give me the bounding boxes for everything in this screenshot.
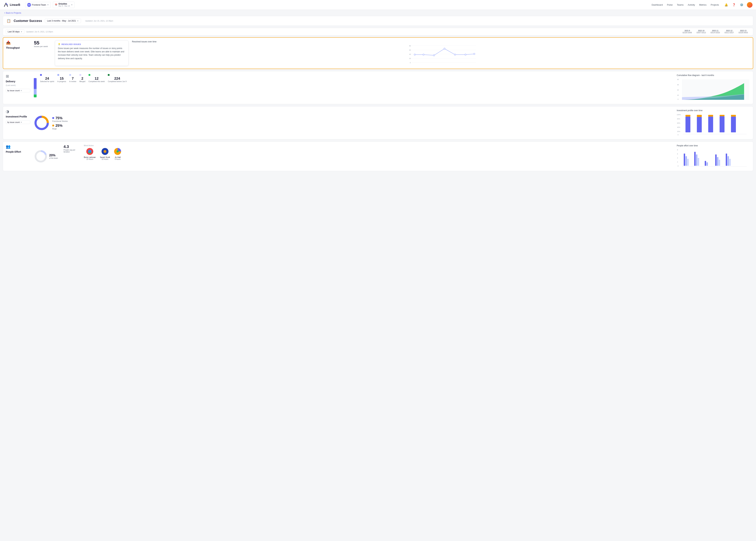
svg-rect-33 bbox=[685, 115, 690, 117]
svg-rect-61 bbox=[698, 158, 699, 166]
investment-spacer bbox=[71, 109, 673, 136]
investment-chart-title: Investment profile over time bbox=[677, 109, 750, 112]
svg-rect-66 bbox=[719, 160, 720, 166]
svg-text:8: 8 bbox=[677, 149, 678, 151]
delivery-metric-2: 7 In review bbox=[69, 74, 76, 83]
investment-left: ◑ Investment Profile by issue count ▼ bbox=[6, 109, 30, 136]
svg-text:2: 2 bbox=[677, 161, 678, 163]
throughput-inner: 📤 Throughput 55 Issues per week 💡 RESOLV… bbox=[6, 40, 750, 66]
svg-text:100%: 100% bbox=[677, 114, 681, 116]
people-spacer bbox=[125, 145, 673, 168]
legend-functional: 75% Functional Stories bbox=[52, 116, 68, 122]
delivery-by-issue-btn[interactable]: by issue count ▼ bbox=[6, 89, 30, 92]
nav-dashboard[interactable]: Dashboard bbox=[652, 4, 663, 6]
people-avg-label: People avg per iteration bbox=[64, 149, 78, 153]
svg-rect-39 bbox=[720, 115, 724, 116]
back-to-projects[interactable]: < Back to Projects bbox=[4, 12, 21, 14]
person-1: Sarah Scott 10 hours bbox=[100, 148, 110, 160]
bulb-icon: 💡 bbox=[58, 43, 61, 45]
person-2-avatar bbox=[114, 148, 121, 155]
sprint-col-0: 2022-9 02/28-03/06 bbox=[680, 30, 694, 34]
svg-rect-60 bbox=[696, 155, 697, 166]
svg-text:60%: 60% bbox=[677, 122, 680, 124]
investment-inner: ◑ Investment Profile by issue count ▼ bbox=[6, 109, 750, 136]
person-1-hours: 10 hours bbox=[100, 158, 110, 160]
people-donut-label: 20% of the team bbox=[49, 154, 58, 159]
top-navigation: LinearB WW Frontend Team ▼ 📅 Grizzlies M… bbox=[0, 0, 756, 10]
investment-section: ◑ Investment Profile by issue count ▼ bbox=[3, 106, 753, 139]
most-active-title: Most Active bbox=[84, 145, 121, 147]
settings-icon[interactable]: ⚙️ bbox=[739, 2, 744, 7]
svg-rect-65 bbox=[717, 157, 718, 166]
nav-icons: 🔔 ❓ ⚙️ bbox=[724, 2, 752, 8]
svg-point-48 bbox=[104, 150, 107, 153]
cumulative-flow-chart-wrap: Cumulative flow diagram - last 6 months … bbox=[677, 74, 750, 101]
date-range-selector[interactable]: Last 3 months - May - Jul 2021 ▼ bbox=[45, 19, 81, 23]
svg-rect-56 bbox=[684, 154, 685, 166]
user-avatar[interactable] bbox=[747, 2, 752, 8]
svg-rect-59 bbox=[694, 152, 696, 166]
person-0-hours: 15 hours bbox=[84, 158, 96, 160]
person-0-name: Boris Lahman bbox=[84, 156, 96, 158]
person-2-hours: 6 hours bbox=[114, 158, 121, 160]
svg-point-11 bbox=[423, 54, 424, 55]
bugs-dot bbox=[52, 125, 54, 126]
svg-text:60: 60 bbox=[409, 49, 411, 51]
svg-rect-41 bbox=[731, 115, 736, 117]
nav-projects[interactable]: Projects bbox=[711, 4, 719, 6]
svg-text:40: 40 bbox=[409, 53, 411, 55]
sprint-selector[interactable]: 📅 Grizzlies Mar 9 - Mar 23 ▼ bbox=[53, 2, 75, 8]
delivery-metric-3: 2 Merged bbox=[80, 74, 86, 83]
svg-rect-37 bbox=[708, 115, 713, 117]
sprint-col-2: 2022-11 03/14-03/20 bbox=[708, 30, 722, 34]
sprint-columns: 2022-9 02/28-03/06 2022-10 03/07-03/13 2… bbox=[680, 30, 750, 34]
nav-activity[interactable]: Activity bbox=[688, 4, 695, 6]
svg-text:30: 30 bbox=[677, 84, 679, 86]
delivery-bar-visual bbox=[34, 74, 37, 101]
svg-text:20%: 20% bbox=[677, 131, 680, 132]
svg-rect-63 bbox=[706, 162, 708, 166]
sprint-col-1: 2022-10 03/07-03/13 bbox=[694, 30, 708, 34]
nav-pulse[interactable]: Pulse bbox=[667, 4, 673, 6]
svg-text:0: 0 bbox=[677, 98, 678, 100]
svg-point-10 bbox=[414, 54, 415, 55]
svg-text:4: 4 bbox=[677, 157, 678, 159]
investment-by-issue-btn[interactable]: by issue count ▼ bbox=[6, 121, 30, 124]
last-days-selector[interactable]: Last 30 days ▼ bbox=[6, 29, 24, 34]
team-avatar: WW bbox=[27, 3, 31, 7]
tooltip-body: Done issues per week measures the number… bbox=[58, 47, 126, 60]
throughput-chart-title: Resolved issues over time bbox=[132, 40, 750, 43]
person-2-name: Jo Hall bbox=[114, 156, 121, 158]
svg-rect-36 bbox=[708, 117, 713, 132]
sprint-dates: Mar 9 - Mar 23 bbox=[59, 5, 70, 7]
people-effort-chart-wrap: People effort over time 8 6 4 2 0 bbox=[677, 145, 750, 168]
people-avg-metric: 4.3 People avg per iteration bbox=[64, 145, 78, 168]
throughput-big-num: 55 bbox=[34, 40, 52, 45]
legend-bugs: 25% Bugs bbox=[52, 124, 68, 130]
delivery-title: Delivery bbox=[6, 80, 30, 83]
people-pct: 20% bbox=[49, 154, 58, 157]
people-effort-title: People Effort bbox=[6, 150, 30, 153]
people-avg-num: 4.3 bbox=[64, 145, 78, 149]
delivery-inner: ⊞ Delivery (Last week) by issue count ▼ … bbox=[6, 74, 750, 101]
svg-point-16 bbox=[474, 53, 475, 55]
investment-donut-wrap: 75% Functional Stories 25% Bugs bbox=[34, 109, 68, 136]
team-selector[interactable]: WW Frontend Team ▼ bbox=[25, 2, 51, 8]
investment-chart-wrap: Investment profile over time 100% 80% 60… bbox=[677, 109, 750, 136]
nav-teams[interactable]: Teams bbox=[677, 4, 683, 6]
investment-by-issue-label: by issue count bbox=[7, 121, 20, 123]
svg-text:80%: 80% bbox=[677, 118, 680, 120]
project-title: Customer Success bbox=[14, 19, 42, 23]
date-range-label: Last 3 months - May - Jul 2021 bbox=[47, 20, 76, 22]
cumulative-flow-chart-title: Cumulative flow diagram - last 6 months bbox=[677, 74, 750, 77]
delivery-by-issue-arrow: ▼ bbox=[20, 90, 22, 92]
delivery-icon: ⊞ bbox=[6, 74, 30, 79]
nav-metrics[interactable]: Metrics bbox=[699, 4, 706, 6]
throughput-metric: 55 Issues per week bbox=[34, 40, 52, 66]
logo: LinearB bbox=[4, 2, 20, 7]
throughput-tooltip: 💡 RESOLVED ISSUES Done issues per week m… bbox=[55, 40, 128, 66]
sprint-dropdown-arrow: ▼ bbox=[71, 4, 73, 6]
tooltip-title: 💡 RESOLVED ISSUES bbox=[58, 43, 126, 45]
notifications-icon[interactable]: 🔔 bbox=[724, 2, 729, 7]
help-icon[interactable]: ❓ bbox=[731, 2, 736, 7]
